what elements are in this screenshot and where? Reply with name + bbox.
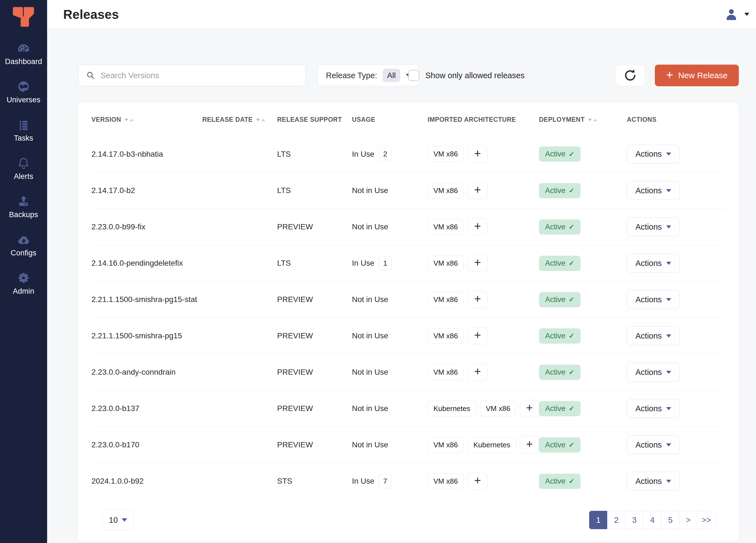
version-cell: 2.21.1.1500-smishra-pg15-stat — [91, 295, 202, 304]
column-header-version[interactable]: VERSION — [91, 116, 202, 123]
actions-button[interactable]: Actions — [627, 435, 680, 454]
version-cell: 2024.1.0.0-b92 — [91, 477, 202, 486]
imported-architecture-cell: VM x86+ — [428, 182, 539, 199]
actions-cell: Actions — [627, 472, 717, 491]
deployment-status-label: Active — [545, 368, 566, 377]
imported-architecture-cell: VM x86Kubernetes+ — [428, 436, 539, 453]
actions-cell: Actions — [627, 399, 717, 418]
actions-cell: Actions — [627, 181, 717, 200]
add-architecture-button[interactable]: + — [468, 218, 487, 235]
sidebar-item-alerts[interactable]: Alerts — [0, 156, 47, 181]
sidebar-item-label: Admin — [13, 287, 34, 296]
actions-button[interactable]: Actions — [627, 145, 680, 164]
actions-button-label: Actions — [635, 332, 662, 341]
sidebar-item-universes[interactable]: Universes — [0, 80, 47, 104]
add-architecture-button[interactable]: + — [520, 436, 539, 453]
check-icon: ✓ — [569, 223, 574, 231]
table-footer: 10 12345>>> — [91, 499, 725, 541]
add-architecture-button[interactable]: + — [468, 327, 487, 345]
actions-button[interactable]: Actions — [627, 327, 680, 345]
column-header-deployment[interactable]: DEPLOYMENT — [539, 116, 627, 123]
deployment-status-label: Active — [545, 404, 566, 413]
sidebar-item-admin[interactable]: Admin — [0, 271, 47, 296]
architecture-chip: VM x86 — [428, 146, 464, 162]
search-icon — [86, 70, 96, 80]
plus-icon: + — [666, 69, 673, 81]
column-header-usage: USAGE — [352, 116, 428, 123]
usage-label: Not in Use — [352, 404, 388, 413]
add-architecture-button[interactable]: + — [468, 364, 487, 381]
architecture-chip: VM x86 — [428, 473, 464, 489]
page-button-5[interactable]: 5 — [661, 511, 680, 529]
usage-count-badge: 2 — [379, 147, 392, 161]
deployment-cell: Active✓ — [539, 183, 627, 198]
imported-architecture-cell: VM x86+ — [428, 364, 539, 381]
deployment-status-label: Active — [545, 296, 566, 304]
actions-cell: Actions — [627, 145, 717, 164]
actions-button[interactable]: Actions — [627, 290, 680, 309]
page-button-1[interactable]: 1 — [589, 511, 607, 529]
page-button-4[interactable]: 4 — [643, 511, 661, 529]
search-input[interactable] — [101, 71, 298, 80]
sidebar-item-tasks[interactable]: Tasks — [0, 118, 47, 142]
sidebar-item-dashboard[interactable]: Dashboard — [0, 42, 47, 66]
refresh-button[interactable] — [615, 65, 645, 86]
actions-button[interactable]: Actions — [627, 363, 680, 382]
deployment-status-label: Active — [545, 150, 566, 158]
column-header-label: ACTIONS — [627, 116, 657, 123]
actions-button[interactable]: Actions — [627, 181, 680, 200]
column-header-release-date[interactable]: RELEASE DATE — [202, 116, 277, 123]
add-architecture-button[interactable]: + — [468, 182, 487, 199]
check-icon: ✓ — [569, 441, 574, 449]
add-architecture-button[interactable]: + — [468, 146, 487, 163]
actions-cell: Actions — [627, 435, 717, 454]
page-size-select[interactable]: 10 — [102, 509, 134, 531]
show-allowed-checkbox[interactable] — [408, 70, 419, 81]
deployment-status-badge: Active✓ — [539, 256, 581, 271]
sort-icon — [256, 119, 265, 121]
yugabyte-logo-icon — [10, 5, 37, 29]
usage-label: In Use — [352, 150, 374, 159]
column-header-actions: ACTIONS — [627, 116, 717, 123]
usage-cell: Not in Use — [352, 186, 428, 195]
actions-button[interactable]: Actions — [627, 254, 680, 273]
add-architecture-button[interactable]: + — [468, 473, 487, 490]
sidebar-item-configs[interactable]: Configs — [0, 233, 47, 257]
usage-label: In Use — [352, 477, 374, 486]
release-type-filter[interactable]: Release Type: All — [318, 65, 419, 86]
page-button-2[interactable]: 2 — [607, 511, 625, 529]
table-row: 2.21.1.1500-smishra-pg15-statPREVIEWNot … — [91, 281, 725, 318]
column-header-release-support: RELEASE SUPPORT — [277, 116, 352, 123]
usage-cell: In Use7 — [352, 474, 428, 488]
version-cell: 2.23.0.0-b170 — [91, 440, 202, 449]
caret-down-icon — [666, 407, 671, 410]
sort-asc-icon — [593, 119, 597, 121]
caret-down-icon — [666, 480, 671, 483]
user-menu[interactable] — [724, 7, 749, 21]
add-architecture-button[interactable]: + — [468, 291, 487, 308]
search-versions-box — [78, 65, 306, 86]
table-row: 2.23.0.0-b170PREVIEWNot in UseVM x86Kube… — [91, 427, 725, 463]
usage-label: Not in Use — [352, 368, 388, 377]
deployment-cell: Active✓ — [539, 146, 627, 162]
version-cell: 2.23.0.0-b99-fix — [91, 222, 202, 231]
new-release-button[interactable]: + New Release — [655, 65, 739, 86]
caret-down-icon — [122, 518, 127, 522]
actions-button[interactable]: Actions — [627, 217, 680, 236]
usage-label: Not in Use — [352, 440, 388, 449]
actions-button[interactable]: Actions — [627, 399, 680, 418]
show-allowed-label: Show only allowed releases — [425, 71, 525, 80]
usage-cell: Not in Use — [352, 404, 428, 413]
next-page-button[interactable]: > — [679, 511, 698, 529]
bell-icon — [17, 156, 30, 170]
actions-button[interactable]: Actions — [627, 472, 680, 491]
yugabyte-logo[interactable] — [0, 0, 47, 29]
last-page-button[interactable]: >> — [697, 511, 716, 529]
sidebar-item-backups[interactable]: Backups — [0, 195, 47, 219]
actions-button-label: Actions — [635, 368, 662, 377]
usage-count-badge: 7 — [379, 474, 392, 488]
add-architecture-button[interactable]: + — [468, 254, 487, 272]
deployment-status-label: Active — [545, 259, 566, 267]
add-architecture-button[interactable]: + — [520, 400, 539, 417]
page-button-3[interactable]: 3 — [625, 511, 643, 529]
